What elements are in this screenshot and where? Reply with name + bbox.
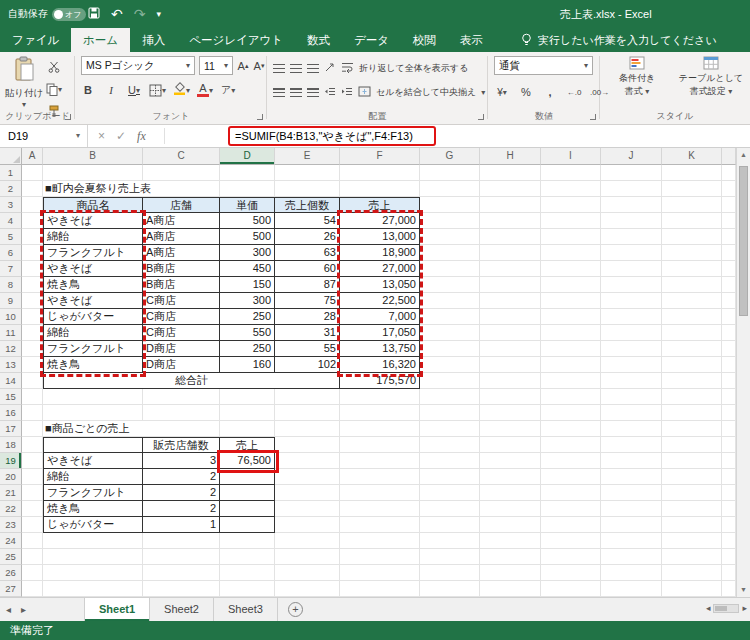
- cell-C4[interactable]: A商店: [143, 213, 220, 229]
- column-header-A[interactable]: A: [22, 148, 43, 165]
- row-header-27[interactable]: 27: [0, 581, 22, 597]
- row-header-16[interactable]: 16: [0, 405, 22, 421]
- cell-D1[interactable]: [220, 165, 275, 181]
- qat-customize-icon[interactable]: ▾: [156, 10, 161, 19]
- cell-B24[interactable]: [43, 533, 143, 549]
- cell-H10[interactable]: [480, 309, 541, 325]
- cell-A24[interactable]: [22, 533, 43, 549]
- row-header-7[interactable]: 7: [0, 261, 22, 277]
- cell-B16[interactable]: [43, 405, 143, 421]
- cell-A12[interactable]: [22, 341, 43, 357]
- cell-I10[interactable]: [541, 309, 601, 325]
- cell-E3[interactable]: 売上個数: [275, 197, 340, 213]
- select-all-corner[interactable]: [0, 148, 22, 165]
- cell-K12[interactable]: [662, 341, 722, 357]
- cell-K26[interactable]: [662, 565, 722, 581]
- cell-A1[interactable]: [22, 165, 43, 181]
- cell-I26[interactable]: [541, 565, 601, 581]
- cell-D7[interactable]: 450: [220, 261, 275, 277]
- redo-icon[interactable]: ↷: [134, 7, 146, 21]
- cell-B26[interactable]: [43, 565, 143, 581]
- cell-A13[interactable]: [22, 357, 43, 373]
- cell-A27[interactable]: [22, 581, 43, 597]
- cell-D23[interactable]: [220, 517, 275, 533]
- cell-F21[interactable]: [340, 485, 420, 501]
- cell-K13[interactable]: [662, 357, 722, 373]
- cell-D15[interactable]: [220, 389, 275, 405]
- cell-K7[interactable]: [662, 261, 722, 277]
- phonetic-guide-button[interactable]: ア▾: [220, 81, 236, 99]
- cell-F20[interactable]: [340, 469, 420, 485]
- cell-I1[interactable]: [541, 165, 601, 181]
- cell-G26[interactable]: [420, 565, 480, 581]
- cell-J5[interactable]: [601, 229, 662, 245]
- increase-indent-icon[interactable]: [341, 83, 353, 101]
- cell-F17[interactable]: [340, 421, 420, 437]
- cell-D12[interactable]: 250: [220, 341, 275, 357]
- shrink-font-button[interactable]: A▾: [251, 57, 267, 75]
- cell-I19[interactable]: [541, 453, 601, 469]
- cell-J1[interactable]: [601, 165, 662, 181]
- cell-G23[interactable]: [420, 517, 480, 533]
- cell-D26[interactable]: [220, 565, 275, 581]
- cell-H21[interactable]: [480, 485, 541, 501]
- cell-J17[interactable]: [601, 421, 662, 437]
- cell-F18[interactable]: [340, 437, 420, 453]
- cell-F3[interactable]: 売上: [340, 197, 420, 213]
- cell-B4[interactable]: やきそば: [43, 213, 143, 229]
- cell-J26[interactable]: [601, 565, 662, 581]
- cell-K3[interactable]: [662, 197, 722, 213]
- column-header-K[interactable]: K: [662, 148, 722, 165]
- comma-style-button[interactable]: ,: [542, 83, 558, 101]
- cell-F22[interactable]: [340, 501, 420, 517]
- cell-E7[interactable]: 60: [275, 261, 340, 277]
- cell-D22[interactable]: [220, 501, 275, 517]
- sheet-tab-sheet1[interactable]: Sheet1: [84, 598, 150, 621]
- row-header-26[interactable]: 26: [0, 565, 22, 581]
- sheet-prev-icon[interactable]: ◂: [6, 604, 11, 615]
- cell-K5[interactable]: [662, 229, 722, 245]
- cell-J24[interactable]: [601, 533, 662, 549]
- tab-file[interactable]: ファイル: [0, 28, 71, 52]
- cell-H7[interactable]: [480, 261, 541, 277]
- borders-button[interactable]: ▾: [149, 81, 166, 99]
- merge-center-icon[interactable]: [358, 83, 371, 101]
- cell-H14[interactable]: [480, 373, 541, 389]
- scroll-up-icon[interactable]: ▲: [737, 148, 750, 162]
- cell-E1[interactable]: [275, 165, 340, 181]
- cell-B14[interactable]: 総合計: [43, 373, 340, 389]
- cell-C1[interactable]: [143, 165, 220, 181]
- cell-B21[interactable]: フランクフルト: [43, 485, 143, 501]
- column-header-E[interactable]: E: [275, 148, 340, 165]
- autosave-toggle[interactable]: 自動保存 オフ: [8, 7, 86, 21]
- italic-button[interactable]: I: [103, 81, 119, 99]
- cell-H15[interactable]: [480, 389, 541, 405]
- cell-I16[interactable]: [541, 405, 601, 421]
- cell-B9[interactable]: やきそば: [43, 293, 143, 309]
- cell-K17[interactable]: [662, 421, 722, 437]
- toggle-pill[interactable]: オフ: [52, 8, 86, 21]
- cell-F4[interactable]: 27,000: [340, 213, 420, 229]
- cell-C27[interactable]: [143, 581, 220, 597]
- cell-A9[interactable]: [22, 293, 43, 309]
- cell-C26[interactable]: [143, 565, 220, 581]
- orientation-icon[interactable]: [324, 59, 336, 77]
- cell-K9[interactable]: [662, 293, 722, 309]
- cell-H9[interactable]: [480, 293, 541, 309]
- tab-home[interactable]: ホーム: [71, 28, 130, 52]
- cell-I25[interactable]: [541, 549, 601, 565]
- cell-E26[interactable]: [275, 565, 340, 581]
- cell-K14[interactable]: [662, 373, 722, 389]
- cell-I15[interactable]: [541, 389, 601, 405]
- cell-J16[interactable]: [601, 405, 662, 421]
- cell-K6[interactable]: [662, 245, 722, 261]
- cell-A25[interactable]: [22, 549, 43, 565]
- cell-F26[interactable]: [340, 565, 420, 581]
- cell-I5[interactable]: [541, 229, 601, 245]
- cell-C22[interactable]: 2: [143, 501, 220, 517]
- row-header-18[interactable]: 18: [0, 437, 22, 453]
- cell-B6[interactable]: フランクフルト: [43, 245, 143, 261]
- cell-B15[interactable]: [43, 389, 143, 405]
- dialog-launcher-icon[interactable]: [65, 114, 71, 120]
- dialog-launcher-icon[interactable]: [478, 114, 484, 120]
